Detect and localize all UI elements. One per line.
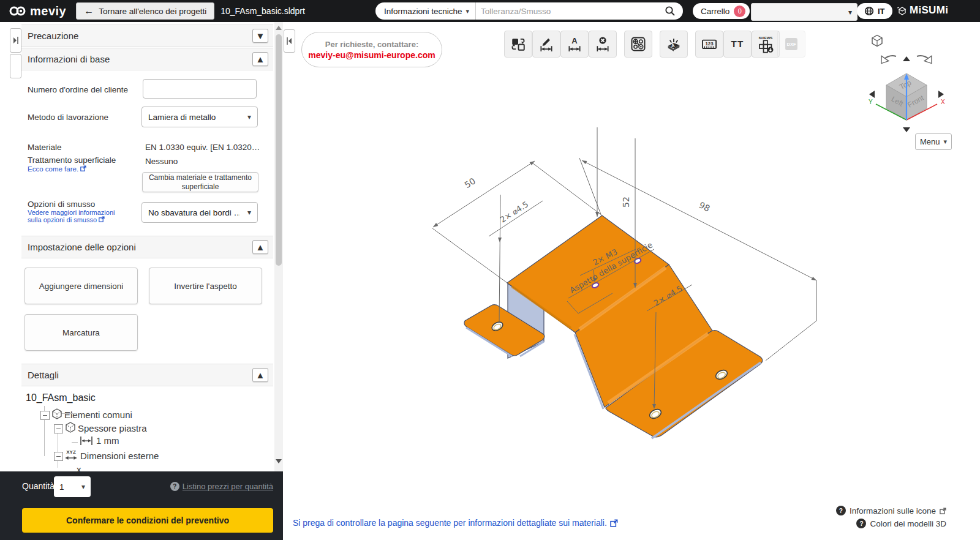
rotate-left-arrow[interactable] — [869, 91, 875, 98]
impostazione-toggle-button[interactable]: ▲ — [252, 240, 268, 254]
dim-98-label: 98 — [698, 200, 712, 213]
replace-part-icon — [510, 36, 526, 52]
back-to-projects-button[interactable]: ← Tornare all'elenco dei progetti — [76, 2, 214, 20]
contact-email[interactable]: meviy-eu@misumi-europe.com — [308, 50, 435, 60]
axis-x-label: X — [941, 99, 945, 105]
rotate-right-arrow[interactable] — [938, 91, 944, 98]
six-views-button[interactable]: 6VIEWS — [752, 31, 780, 58]
isometric-view-icon[interactable] — [872, 36, 882, 47]
measure-tool-button[interactable]: 123 — [695, 31, 723, 58]
section-impostazione-opzioni: Impostazione delle opzioni ▲ — [21, 236, 273, 258]
precauzione-toggle-button[interactable]: ▼ — [252, 29, 268, 43]
method-select[interactable]: Lamiera di metallo ▾ — [141, 107, 258, 127]
delete-dimension-icon — [595, 36, 611, 52]
tree-item-elementi-comuni[interactable]: Elementi comuni — [64, 410, 132, 420]
tree-collapse-box[interactable] — [54, 424, 63, 433]
collapse-left-icon — [287, 37, 292, 45]
question-icon: ? — [836, 506, 846, 515]
dimension-text-icon: A — [567, 36, 582, 52]
order-number-label: Numero d'ordine del cliente — [28, 85, 128, 94]
materials-info-link-text: Si prega di controllare la pagina seguen… — [293, 518, 607, 528]
tree-item-thickness-value[interactable]: 1 mm — [96, 435, 119, 446]
surface-treatment-label: Trattamento superficiale — [28, 156, 116, 165]
hole-tool-icon — [630, 36, 647, 53]
rotate-down-arrow[interactable] — [903, 127, 910, 132]
search-icon[interactable] — [665, 6, 676, 17]
hole-tool-button[interactable] — [624, 31, 652, 58]
cart-count-badge: 0 — [734, 6, 745, 17]
materials-info-link[interactable]: Si prega di controllare la pagina seguen… — [293, 518, 618, 528]
scrollbar-up-arrow[interactable] — [276, 26, 282, 30]
model-viewport[interactable]: 50 98 52 2× ⌀4.5 2× M3 Aspetto della sup… — [392, 110, 833, 478]
search-input[interactable] — [476, 7, 665, 16]
confirm-quote-button[interactable]: Confermare le condizioni del preventivo — [22, 508, 273, 533]
tree-item-spessore-piastra[interactable]: Spessore piastra — [78, 423, 147, 433]
replace-part-button[interactable] — [504, 31, 532, 58]
search-category-dropdown[interactable]: Informazioni tecniche ▾ — [375, 2, 476, 20]
canvas-collapse-handle[interactable] — [284, 29, 295, 53]
measure-ruler-icon: 123 — [701, 36, 718, 53]
chamfer-select[interactable]: No sbavatura dei bordi … ▾ — [141, 202, 258, 223]
chamfer-info-link[interactable]: Vedere maggiori informazioni sulla opzio… — [28, 209, 115, 223]
rotate-left-icon[interactable] — [880, 56, 896, 64]
search-category-label: Informazioni tecniche — [384, 7, 462, 16]
text-tool-button[interactable]: TT — [723, 31, 752, 58]
add-dimensions-button[interactable]: Aggiungere dimensioni — [24, 268, 138, 304]
cart-label: Carrello — [701, 7, 729, 16]
tree-root-label[interactable]: 10_FAsm_basic — [26, 392, 96, 403]
chevron-down-icon: ▾ — [81, 482, 85, 491]
change-material-button[interactable]: Cambia materiale e trattamento superfici… — [142, 172, 258, 192]
meviy-logo[interactable]: meviy — [9, 4, 66, 18]
marking-button[interactable]: Marcatura — [24, 314, 138, 351]
rotate-right-icon[interactable] — [917, 56, 933, 64]
text-tool-label: TT — [731, 39, 744, 49]
surface-how-to-link[interactable]: Ecco come fare. — [28, 165, 86, 173]
tree-guide-stub — [72, 442, 78, 443]
invert-aspect-button[interactable]: Invertire l'aspetto — [149, 268, 262, 304]
icon-info-link[interactable]: ? Informazioni sulle icone — [836, 506, 946, 515]
back-arrow-icon: ← — [84, 6, 94, 17]
dimension-text-button[interactable]: A — [560, 31, 589, 58]
dettagli-toggle-button[interactable]: ▲ — [252, 368, 268, 382]
rotate-up-arrow[interactable] — [903, 56, 910, 61]
external-link-icon — [80, 165, 86, 171]
sidebar-secondary-handle[interactable] — [10, 54, 21, 78]
deburring-tool-icon: A — [665, 36, 682, 53]
axis-y-label: Y — [869, 99, 873, 105]
file-name: 10_FAsm_basic.sldprt — [221, 6, 305, 16]
model-colors-link[interactable]: ? Colori dei modelli 3D — [856, 519, 946, 528]
sidebar-scrollbar-thumb[interactable] — [276, 34, 282, 266]
globe-icon — [864, 6, 874, 16]
deburring-tool-button[interactable]: A — [660, 31, 688, 58]
misumi-box-icon — [897, 6, 907, 16]
delete-dimension-button[interactable] — [589, 31, 617, 58]
language-button[interactable]: IT — [857, 3, 892, 19]
edit-dimension-button[interactable] — [532, 31, 560, 58]
sidebar-collapse-handle[interactable] — [10, 28, 21, 53]
section-dettagli: Dettagli ▲ — [21, 364, 273, 386]
chamfer-link-line1: Vedere maggiori informazioni — [28, 209, 115, 216]
cart-button[interactable]: Carrello 0 — [693, 3, 750, 19]
collapse-right-icon — [13, 37, 18, 44]
project-select[interactable]: ▾ — [751, 3, 858, 21]
external-link-icon — [940, 508, 946, 514]
method-select-value: Lamiera di metallo — [148, 113, 216, 122]
quantity-panel: Quantità 1 ▾ ? Listino prezzi per quanti… — [0, 471, 283, 540]
view-menu-button[interactable]: Menu ▾ — [915, 133, 952, 150]
order-number-input[interactable] — [143, 79, 257, 99]
info-base-toggle-button[interactable]: ▲ — [252, 52, 268, 66]
meviy-app: meviy ← Tornare all'elenco dei progetti … — [0, 0, 980, 551]
chevron-down-icon: ▾ — [247, 208, 251, 217]
ruler-digits: 123 — [705, 41, 714, 47]
scrollbar-down-arrow[interactable] — [276, 459, 282, 463]
tree-collapse-box[interactable] — [40, 411, 50, 420]
price-list-link[interactable]: ? Listino prezzi per quantità — [170, 482, 273, 491]
tree-collapse-box[interactable] — [54, 452, 63, 461]
misumi-logo[interactable]: MiSUMi — [897, 4, 948, 17]
quantity-select[interactable]: 1 ▾ — [54, 476, 91, 497]
chevron-down-icon: ▾ — [848, 8, 852, 17]
tree-item-dimensioni-esterne[interactable]: Dimensioni esterne — [80, 451, 159, 461]
svg-text:A: A — [571, 36, 578, 45]
external-link-icon — [610, 519, 618, 527]
question-icon: ? — [170, 482, 179, 491]
